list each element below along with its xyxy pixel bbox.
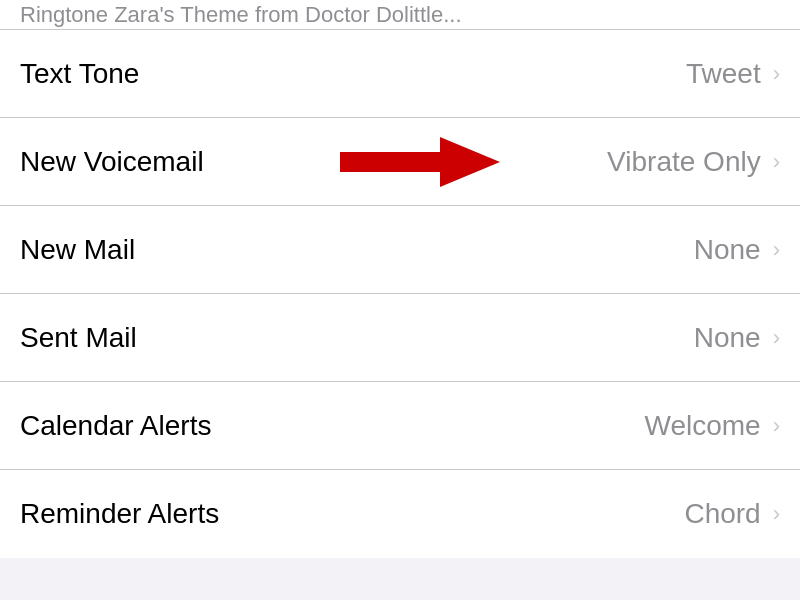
sent-mail-row[interactable]: Sent Mail None › (0, 294, 800, 382)
red-arrow-icon (340, 132, 500, 192)
calendar-alerts-right: Welcome › (644, 410, 780, 442)
calendar-alerts-label: Calendar Alerts (20, 410, 211, 442)
sent-mail-label: Sent Mail (20, 322, 137, 354)
new-mail-row[interactable]: New Mail None › (0, 206, 800, 294)
new-mail-chevron: › (773, 237, 780, 263)
new-voicemail-chevron: › (773, 149, 780, 175)
new-voicemail-label: New Voicemail (20, 146, 204, 178)
ringtone-partial-row[interactable]: Ringtone Zara's Theme from Doctor Dolitt… (0, 0, 800, 30)
reminder-alerts-value: Chord (684, 498, 760, 530)
ringtone-partial-text: Ringtone Zara's Theme from Doctor Dolitt… (20, 2, 462, 28)
new-voicemail-row[interactable]: New Voicemail Vibrate Only › (0, 118, 800, 206)
text-tone-right: Tweet › (686, 58, 780, 90)
calendar-alerts-row[interactable]: Calendar Alerts Welcome › (0, 382, 800, 470)
sent-mail-value: None (694, 322, 761, 354)
reminder-alerts-label: Reminder Alerts (20, 498, 219, 530)
reminder-alerts-chevron: › (773, 501, 780, 527)
svg-marker-0 (340, 137, 500, 187)
new-voicemail-right: Vibrate Only › (607, 146, 780, 178)
settings-list: Text Tone Tweet › New Voicemail Vibrate … (0, 30, 800, 558)
new-voicemail-value: Vibrate Only (607, 146, 761, 178)
text-tone-label: Text Tone (20, 58, 139, 90)
annotation-arrow (340, 132, 500, 192)
new-mail-right: None › (694, 234, 780, 266)
new-mail-label: New Mail (20, 234, 135, 266)
reminder-alerts-row[interactable]: Reminder Alerts Chord › (0, 470, 800, 558)
new-mail-value: None (694, 234, 761, 266)
sent-mail-right: None › (694, 322, 780, 354)
sent-mail-chevron: › (773, 325, 780, 351)
text-tone-value: Tweet (686, 58, 761, 90)
text-tone-chevron: › (773, 61, 780, 87)
calendar-alerts-chevron: › (773, 413, 780, 439)
calendar-alerts-value: Welcome (644, 410, 760, 442)
text-tone-row[interactable]: Text Tone Tweet › (0, 30, 800, 118)
reminder-alerts-right: Chord › (684, 498, 780, 530)
